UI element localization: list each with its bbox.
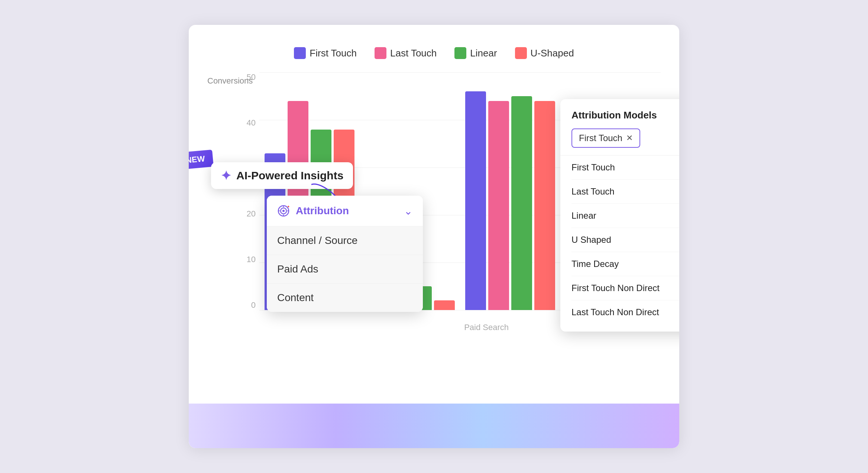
svg-text:✦: ✦	[287, 205, 290, 209]
chart-legend: First Touch Last Touch Linear U-Shaped	[207, 47, 661, 59]
model-option-label: U Shaped	[571, 235, 611, 245]
bottom-band	[189, 404, 679, 448]
model-option-label: First Touch Non Direct	[571, 283, 660, 293]
selected-tag-label: First Touch	[579, 133, 622, 143]
bar-pink	[488, 101, 509, 310]
models-panel-title: Attribution Models	[571, 110, 679, 121]
model-options-list: First Touch ✓Last Touch ✓Linear ✓U Shape…	[571, 156, 679, 324]
legend-label: U-Shaped	[531, 48, 574, 59]
legend-label: Last Touch	[390, 48, 437, 59]
model-option-label: Time Decay	[571, 259, 619, 269]
model-option-label: Last Touch	[571, 186, 615, 197]
model-option[interactable]: First Touch ✓	[571, 156, 679, 180]
y-tick: 20	[237, 209, 256, 219]
ai-tooltip-label: AI-Powered Insights	[236, 169, 343, 182]
svg-point-3	[282, 210, 285, 212]
models-selected-tag[interactable]: First Touch ✕	[571, 128, 640, 148]
bar-red	[434, 300, 455, 310]
bar-purple	[465, 91, 486, 310]
y-tick: 0	[237, 300, 256, 310]
legend-label: Linear	[470, 48, 497, 59]
new-badge: NEW	[189, 150, 214, 170]
main-card: First Touch Last Touch Linear U-Shaped C…	[189, 25, 679, 448]
model-option[interactable]: Last Touch Non Direct	[571, 300, 679, 324]
legend-item: First Touch	[294, 47, 357, 59]
y-axis: 50403020100	[237, 72, 256, 332]
model-option[interactable]: Time Decay	[571, 252, 679, 276]
legend-dot	[454, 47, 466, 59]
legend-item: Linear	[454, 47, 497, 59]
model-option[interactable]: Linear ✓	[571, 204, 679, 228]
dropdown-item[interactable]: Channel / Source	[267, 226, 423, 255]
model-option-label: First Touch	[571, 162, 615, 173]
legend-item: U-Shaped	[515, 47, 574, 59]
x-label: Paid Search	[464, 323, 509, 332]
ai-icon: ✦	[221, 168, 231, 183]
dropdown-header-left: ✦ Attribution	[277, 205, 349, 217]
dropdown-chevron-icon[interactable]: ⌄	[404, 205, 412, 217]
dropdown-item[interactable]: Paid Ads	[267, 255, 423, 284]
bar-group	[465, 91, 555, 310]
dropdown-panel: ✦ Attribution ⌄ Channel / SourcePaid Ads…	[267, 196, 423, 312]
legend-item: Last Touch	[375, 47, 437, 59]
legend-dot	[515, 47, 527, 59]
dropdown-header[interactable]: ✦ Attribution ⌄	[267, 196, 423, 226]
dropdown-title: Attribution	[296, 205, 349, 217]
model-option[interactable]: Last Touch ✓	[571, 180, 679, 204]
legend-label: First Touch	[310, 48, 357, 59]
dropdown-items: Channel / SourcePaid AdsContent	[267, 226, 423, 312]
model-option[interactable]: First Touch Non Direct	[571, 276, 679, 300]
bar-red	[534, 101, 555, 310]
legend-dot	[294, 47, 306, 59]
y-tick: 50	[237, 72, 256, 82]
model-option-label: Linear	[571, 211, 596, 221]
dropdown-item[interactable]: Content	[267, 284, 423, 312]
models-panel: Attribution Models First Touch ✕ First T…	[560, 99, 679, 332]
legend-dot	[375, 47, 386, 59]
target-icon: ✦	[277, 205, 290, 217]
model-option[interactable]: U Shaped ✓	[571, 228, 679, 252]
y-tick: 10	[237, 255, 256, 264]
y-tick: 40	[237, 118, 256, 128]
bar-green	[511, 96, 532, 310]
model-option-label: Last Touch Non Direct	[571, 307, 659, 317]
close-tag-button[interactable]: ✕	[626, 133, 633, 143]
